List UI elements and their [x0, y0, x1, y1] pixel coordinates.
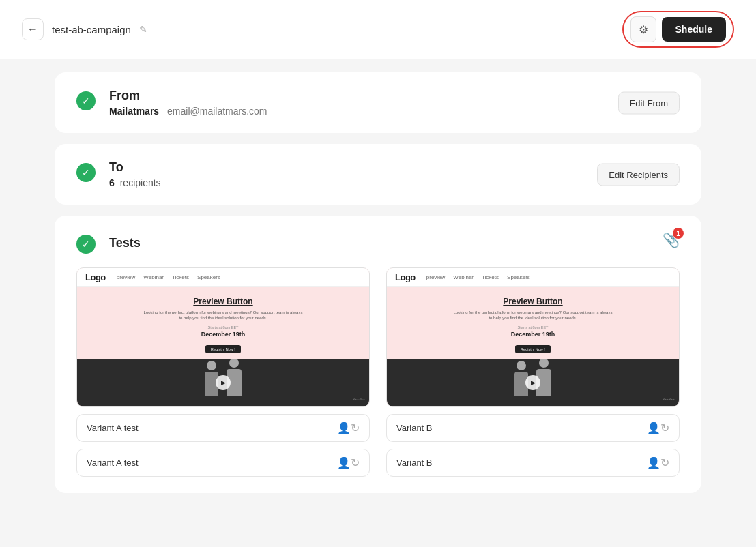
person-head-right-a — [229, 359, 239, 368]
email-nav-links-b: preview Webinar Tickets Speakers — [426, 274, 530, 280]
action-buttons-group: ⚙ Shedule — [622, 11, 734, 48]
tests-title: Tests — [109, 236, 141, 250]
from-action: Edit From — [618, 91, 680, 114]
settings-button[interactable]: ⚙ — [630, 16, 656, 42]
attachment-wrap[interactable]: 📎 1 — [663, 232, 680, 248]
to-section: ✓ To 6 recipients Edit Recipients — [55, 144, 701, 205]
to-action: Edit Recipients — [597, 163, 680, 186]
nav-tickets-b: Tickets — [482, 274, 499, 280]
video-squiggle-a: 〜〜 — [353, 396, 365, 404]
email-logo-a: Logo — [85, 272, 106, 282]
email-body-a: Preview Button Looking for the perfect p… — [77, 287, 369, 359]
variant-b-label-1: Variant B — [396, 423, 641, 433]
nav-speakers-b: Speakers — [507, 274, 530, 280]
variant-b-preview: Logo preview Webinar Tickets Speakers Pr… — [386, 267, 680, 407]
variant-a-row-1: Variant A test 👤↻ — [76, 414, 370, 442]
gear-icon: ⚙ — [639, 23, 648, 36]
attachment-badge: 📎 1 — [663, 232, 680, 248]
variant-a-label-2: Variant A test — [87, 458, 332, 468]
edit-campaign-name-icon[interactable]: ✎ — [139, 24, 147, 35]
recipients-count: 6 recipients — [109, 177, 680, 188]
email-cta-b: Registry Now ! — [515, 345, 551, 353]
sender-name: Mailatmars — [109, 106, 159, 117]
sender-email: email@mailatmars.com — [167, 106, 267, 117]
edit-from-button[interactable]: Edit From — [618, 91, 680, 114]
email-headline-a: Preview Button — [85, 297, 361, 306]
email-headline-b: Preview Button — [395, 297, 671, 306]
play-overlay-b: ▶ — [525, 375, 540, 390]
recipients-label: recipients — [120, 177, 161, 188]
variant-b-row-2: Variant B 👤↻ — [386, 449, 680, 477]
play-overlay-a: ▶ — [216, 375, 231, 390]
nav-preview-b: preview — [426, 274, 446, 280]
from-check-icon: ✓ — [76, 91, 96, 110]
variants-grid: Logo preview Webinar Tickets Speakers Pr… — [76, 267, 680, 477]
recipients-number: 6 — [109, 177, 115, 188]
tests-check-icon: ✓ — [76, 235, 96, 254]
main-content: ✓ From Mailatmars email@mailatmars.com E… — [0, 59, 756, 518]
nav-tickets-a: Tickets — [172, 274, 189, 280]
variant-a-icon-2[interactable]: 👤↻ — [337, 456, 360, 469]
nav-webinar-b: Webinar — [453, 274, 474, 280]
email-body-b: Preview Button Looking for the perfect p… — [387, 287, 679, 359]
variant-b-label-2: Variant B — [396, 458, 641, 468]
email-nav-a: Logo preview Webinar Tickets Speakers — [77, 268, 369, 287]
campaign-title: test-ab-campaign — [52, 24, 131, 35]
person-head-left-b — [517, 361, 526, 370]
top-bar-left: ← test-ab-campaign ✎ — [22, 18, 147, 40]
video-thumb-b: ▶ 〜〜 — [387, 359, 679, 406]
person-head-right-b — [539, 359, 549, 368]
from-section: ✓ From Mailatmars email@mailatmars.com E… — [55, 72, 701, 133]
back-button[interactable]: ← — [22, 18, 44, 40]
variant-a-preview: Logo preview Webinar Tickets Speakers Pr… — [76, 267, 370, 407]
variant-b-icon-1[interactable]: 👤↻ — [647, 422, 669, 434]
tests-header: ✓ Tests — [76, 232, 680, 254]
variant-a-column: Logo preview Webinar Tickets Speakers Pr… — [76, 267, 370, 477]
top-bar: ← test-ab-campaign ✎ ⚙ Shedule — [0, 0, 756, 59]
from-title: From — [109, 89, 680, 103]
badge-count: 1 — [673, 228, 684, 239]
video-thumb-a: ▶ 〜〜 — [77, 359, 369, 406]
email-date-b: December 19th — [395, 331, 671, 338]
email-nav-b: Logo preview Webinar Tickets Speakers — [387, 268, 679, 287]
from-body: From Mailatmars email@mailatmars.com — [109, 89, 680, 117]
variant-b-icon-2[interactable]: 👤↻ — [647, 456, 669, 469]
to-title: To — [109, 160, 680, 175]
email-date-label-b: Starts at 8pm EET — [395, 325, 671, 329]
variant-a-label-1: Variant A test — [87, 423, 332, 433]
video-squiggle-b: 〜〜 — [663, 396, 675, 404]
tests-section: ✓ Tests 📎 1 Logo preview Webinar — [55, 216, 701, 493]
from-subtitle: Mailatmars email@mailatmars.com — [109, 106, 680, 117]
variant-a-row-2: Variant A test 👤↻ — [76, 449, 370, 477]
email-nav-links-a: preview Webinar Tickets Speakers — [117, 274, 220, 280]
email-desc-a: Looking for the perfect platform for web… — [85, 310, 361, 321]
variant-b-row-1: Variant B 👤↻ — [386, 414, 680, 442]
email-date-a: December 19th — [85, 331, 361, 338]
to-check-icon: ✓ — [76, 163, 96, 182]
email-logo-b: Logo — [395, 272, 416, 282]
schedule-button[interactable]: Shedule — [662, 17, 726, 42]
edit-recipients-button[interactable]: Edit Recipients — [597, 163, 680, 186]
nav-speakers-a: Speakers — [197, 274, 220, 280]
to-body: To 6 recipients — [109, 160, 680, 188]
person-head-left-a — [207, 361, 216, 370]
email-cta-a: Registry Now ! — [205, 345, 241, 353]
nav-webinar-a: Webinar — [143, 274, 164, 280]
nav-preview-a: preview — [117, 274, 136, 280]
back-icon: ← — [27, 23, 38, 35]
variant-a-icon-1[interactable]: 👤↻ — [337, 422, 360, 434]
email-date-label-a: Starts at 8pm EET — [85, 325, 361, 329]
email-desc-b: Looking for the perfect platform for web… — [395, 310, 671, 321]
variant-b-column: Logo preview Webinar Tickets Speakers Pr… — [386, 267, 680, 477]
